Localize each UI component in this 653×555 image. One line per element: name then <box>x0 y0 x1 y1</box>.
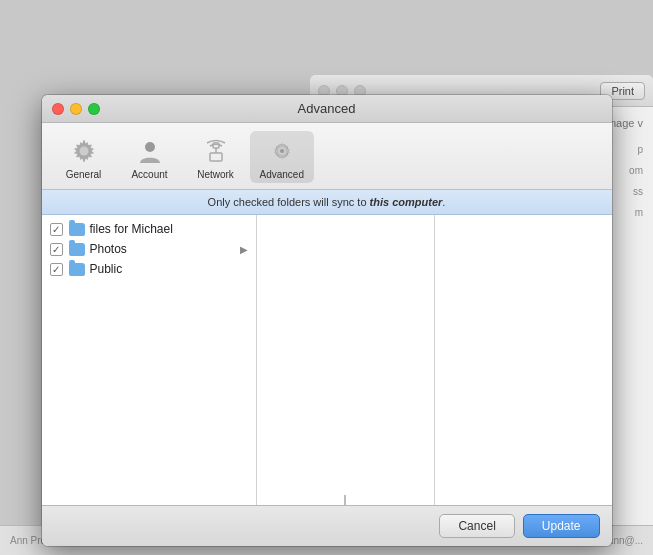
checkmark-icon: ✓ <box>52 224 60 235</box>
toolbar: General Account <box>42 123 612 190</box>
checkbox-photos[interactable]: ✓ <box>50 243 63 256</box>
folder-name-files-michael: files for Michael <box>90 222 248 236</box>
svg-point-2 <box>145 142 155 152</box>
dialog-title: Advanced <box>298 101 356 116</box>
general-label: General <box>66 169 102 180</box>
advanced-icon <box>266 135 298 167</box>
chevron-right-icon: ▶ <box>240 244 248 255</box>
middle-pane <box>257 215 435 505</box>
folder-icon-photos <box>69 243 85 256</box>
checkbox-files-michael[interactable]: ✓ <box>50 223 63 236</box>
network-label: Network <box>197 169 234 180</box>
bottom-bar: Cancel Update <box>42 505 612 546</box>
advanced-dialog: Advanced General <box>42 95 612 546</box>
resize-handle[interactable] <box>344 495 346 505</box>
folder-list: ✓ files for Michael ✓ Photos ▶ ✓ <box>42 215 257 505</box>
toolbar-item-advanced[interactable]: Advanced <box>250 131 314 183</box>
update-button[interactable]: Update <box>523 514 600 538</box>
folder-icon-public <box>69 263 85 276</box>
folder-icon-files-michael <box>69 223 85 236</box>
list-item[interactable]: ✓ files for Michael <box>42 219 256 239</box>
person-icon <box>134 135 166 167</box>
folder-name-public: Public <box>90 262 248 276</box>
network-icon <box>200 135 232 167</box>
info-bar: Only checked folders will sync to this c… <box>42 190 612 215</box>
right-pane <box>435 215 612 505</box>
checkmark-icon: ✓ <box>52 244 60 255</box>
modal-overlay: Advanced General <box>0 0 653 555</box>
svg-point-1 <box>79 147 88 156</box>
advanced-label: Advanced <box>260 169 304 180</box>
checkbox-public[interactable]: ✓ <box>50 263 63 276</box>
dialog-title-bar: Advanced <box>42 95 612 123</box>
list-item[interactable]: ✓ Public <box>42 259 256 279</box>
minimize-button[interactable] <box>70 103 82 115</box>
maximize-button[interactable] <box>88 103 100 115</box>
gear-icon <box>68 135 100 167</box>
toolbar-item-general[interactable]: General <box>52 131 116 183</box>
checkmark-icon: ✓ <box>52 264 60 275</box>
content-area: ✓ files for Michael ✓ Photos ▶ ✓ <box>42 215 612 505</box>
svg-rect-3 <box>210 153 222 161</box>
toolbar-item-network[interactable]: Network <box>184 131 248 183</box>
toolbar-item-account[interactable]: Account <box>118 131 182 183</box>
svg-point-8 <box>280 149 284 153</box>
close-button[interactable] <box>52 103 64 115</box>
folder-name-photos: Photos <box>90 242 236 256</box>
info-text: Only checked folders will sync to this c… <box>208 196 446 208</box>
cancel-button[interactable]: Cancel <box>439 514 514 538</box>
traffic-lights <box>52 103 100 115</box>
account-label: Account <box>131 169 167 180</box>
list-item[interactable]: ✓ Photos ▶ <box>42 239 256 259</box>
